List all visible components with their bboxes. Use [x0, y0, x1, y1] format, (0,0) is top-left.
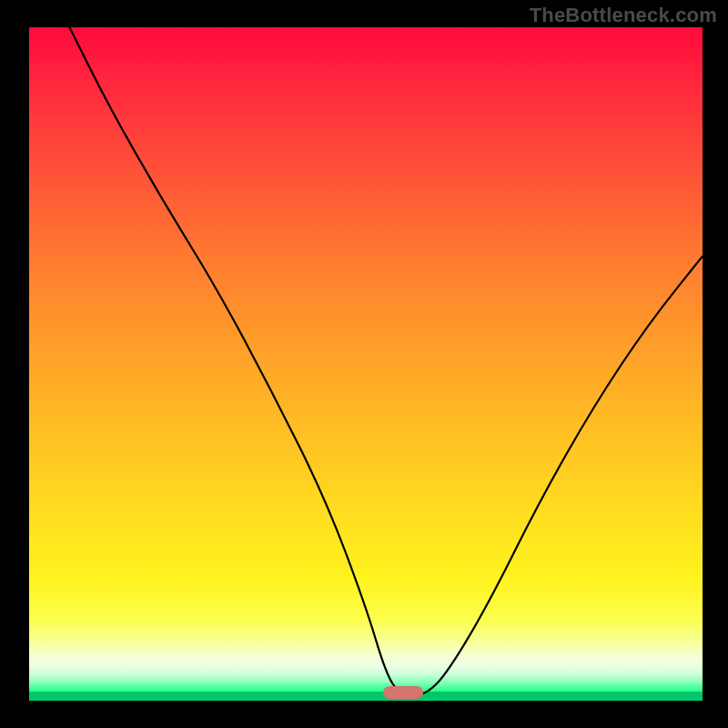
watermark-text: TheBottleneck.com	[530, 4, 717, 27]
chart-frame: TheBottleneck.com	[0, 0, 728, 728]
optimal-marker	[383, 686, 423, 699]
plot-area	[29, 27, 703, 701]
bottleneck-curve	[69, 27, 703, 694]
curve-svg	[29, 27, 703, 701]
